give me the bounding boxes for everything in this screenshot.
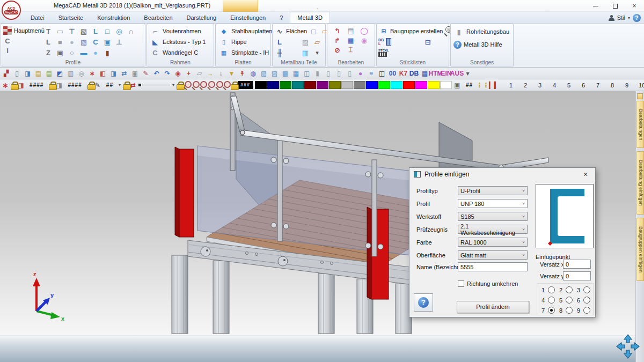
round-solid-icon[interactable]: ● bbox=[67, 37, 77, 47]
stirnplatte-button[interactable]: ▦ Stirnplatte - IH bbox=[217, 47, 273, 58]
farbe-select[interactable]: RAL 1000˅ bbox=[458, 238, 528, 247]
solid-box4-icon[interactable]: ▦ bbox=[291, 69, 301, 78]
insertion-radio-3[interactable] bbox=[583, 286, 590, 293]
close-button[interactable]: × bbox=[625, 0, 644, 12]
side-tab-bearbeitungen[interactable]: Bearbeitungen bbox=[636, 101, 644, 148]
layer-lock-icon[interactable] bbox=[11, 82, 16, 89]
stueckliste-icon[interactable]: STCKL bbox=[378, 49, 389, 57]
cylinder2-icon[interactable]: ▯ bbox=[324, 69, 333, 78]
profiltyp-select[interactable]: U-Profil˅ bbox=[458, 186, 528, 195]
block-3d-icon[interactable]: ▧ bbox=[78, 26, 89, 36]
stil-label[interactable]: Stil bbox=[617, 14, 625, 21]
square-tube-blue-icon[interactable]: □ bbox=[102, 26, 113, 36]
z-profile-icon[interactable]: Z bbox=[43, 48, 54, 57]
red-unp-profile-left[interactable] bbox=[175, 147, 194, 237]
globe-icon[interactable]: ◍ bbox=[248, 69, 258, 78]
metall-3d-hilfe-button[interactable]: ? Metall 3D Hilfe bbox=[452, 39, 510, 50]
solid-box-icon[interactable]: ▧ bbox=[259, 69, 268, 78]
kugel-icon[interactable]: ◉ bbox=[357, 35, 371, 45]
binocular-icon[interactable]: 00 bbox=[388, 69, 397, 78]
view-number[interactable]: 2 bbox=[523, 82, 528, 88]
insertion-radio-5[interactable] bbox=[566, 297, 573, 304]
hierarchy-icon[interactable]: ≡ bbox=[367, 69, 376, 78]
hollow-square-icon[interactable]: ▣ bbox=[55, 48, 65, 57]
pruefzeugnis-select[interactable]: 2.1 Werksbescheinigung˅ bbox=[458, 225, 528, 234]
rohrleitungsbau-button[interactable]: ▮ Rohrleitungsbau bbox=[452, 26, 510, 37]
print-preview-icon[interactable]: ◎ bbox=[77, 69, 86, 78]
stil-caret-icon[interactable]: ▾ bbox=[628, 16, 630, 20]
kreis-magenta-icon[interactable]: ◯ bbox=[357, 26, 371, 35]
color-lock-icon[interactable] bbox=[177, 82, 181, 89]
profil-aendern-button[interactable]: Profil ändern bbox=[457, 301, 529, 313]
tab-einstellungen[interactable]: Einstellungen bbox=[223, 12, 273, 23]
insertion-radio-9[interactable] bbox=[583, 307, 590, 314]
redo-icon[interactable]: ↷ bbox=[163, 69, 172, 78]
hauptmenu-button[interactable]: Hauptmenü bbox=[2, 25, 46, 36]
color-swatch[interactable] bbox=[292, 81, 304, 89]
flaechen-icon[interactable]: ∿ bbox=[274, 26, 285, 36]
measure-icon[interactable]: + bbox=[184, 69, 193, 78]
linetype-caret-icon[interactable]: ▾ bbox=[172, 83, 174, 87]
screen-settings-icon[interactable]: ▣ bbox=[454, 80, 460, 90]
arch-profile-icon[interactable]: ∩ bbox=[126, 26, 136, 36]
aus-icon[interactable]: AUS bbox=[452, 69, 462, 78]
c-profile-icon[interactable]: C bbox=[2, 36, 13, 46]
rippe-button[interactable]: ▯ Rippe bbox=[217, 36, 273, 47]
dialog-close-button[interactable]: × bbox=[581, 170, 590, 179]
zoom-previous-icon[interactable] bbox=[223, 81, 229, 90]
t-flange-profile-icon[interactable]: ⊤ bbox=[67, 26, 77, 36]
linetype-preview[interactable] bbox=[138, 84, 170, 86]
color-swatch[interactable] bbox=[255, 81, 267, 89]
ring-blue-icon[interactable]: ◎ bbox=[114, 26, 125, 36]
baugruppe-erstellen-button[interactable]: Baugruppe erstellen bbox=[390, 28, 443, 34]
view-number[interactable]: 1 bbox=[508, 82, 514, 88]
traeger-icon[interactable]: ⌶ bbox=[344, 45, 357, 55]
cylinder3-icon[interactable]: ▯ bbox=[334, 69, 343, 78]
zoom-window-icon[interactable] bbox=[192, 81, 197, 90]
panel-icon[interactable]: ◫ bbox=[377, 69, 386, 78]
user-icon[interactable] bbox=[609, 15, 614, 21]
tab-help[interactable]: ? bbox=[273, 12, 290, 23]
zarge-orange-icon[interactable]: ▱ bbox=[312, 37, 323, 47]
help-icon[interactable]: ? bbox=[633, 14, 641, 22]
dialog-help-button[interactable]: ? bbox=[414, 293, 433, 312]
more-caret-icon[interactable]: ▾ bbox=[463, 69, 472, 78]
verschieben-icon[interactable]: ↰ bbox=[331, 26, 344, 35]
swatch-lock-icon[interactable] bbox=[231, 82, 236, 89]
pen-value[interactable]: ## bbox=[103, 82, 116, 88]
voutenrahmen-button[interactable]: ⌐ Voutenrahmen bbox=[149, 26, 207, 36]
linetype-lock-icon[interactable] bbox=[123, 82, 128, 89]
wandriegel-button[interactable]: C Wandriegel C bbox=[149, 47, 207, 58]
zoom-minus-icon[interactable] bbox=[215, 81, 221, 90]
flat-profile-icon[interactable]: ▭ bbox=[55, 26, 65, 36]
view-number[interactable]: 4 bbox=[552, 82, 557, 88]
color-swatch[interactable] bbox=[304, 81, 316, 89]
group-value[interactable]: #### bbox=[64, 82, 85, 88]
stapel-3d-icon[interactable]: ▤ bbox=[344, 26, 357, 35]
import-part-icon[interactable]: ▼ bbox=[227, 69, 236, 78]
profil-select[interactable]: UNP 180˅ bbox=[458, 199, 528, 208]
t-profile-icon[interactable]: T bbox=[43, 26, 54, 36]
layer-value[interactable]: #### bbox=[26, 82, 47, 88]
color-swatch[interactable] bbox=[317, 81, 328, 89]
stahlbauplatten-button[interactable]: ◆ Stahlbauplatten bbox=[217, 26, 273, 36]
gitterrost-icon[interactable]: ▥ bbox=[300, 48, 311, 57]
solid-box3-icon[interactable]: ▩ bbox=[281, 69, 290, 78]
zoom-pan-icon[interactable] bbox=[199, 81, 205, 90]
treppe-icon[interactable]: L bbox=[274, 37, 285, 47]
group-lock-icon[interactable] bbox=[49, 82, 54, 89]
l-profile-icon[interactable]: L bbox=[43, 37, 54, 47]
color-swatch[interactable] bbox=[391, 81, 402, 89]
view-number[interactable]: 6 bbox=[581, 82, 586, 88]
view-number[interactable]: 10 bbox=[639, 82, 644, 88]
color-swatch[interactable] bbox=[341, 81, 353, 89]
table-icon[interactable]: ▦ bbox=[420, 69, 429, 78]
leiter-icon[interactable]: ╫ bbox=[274, 48, 285, 57]
versatz-x-input[interactable]: 0 bbox=[563, 260, 591, 269]
person-icon[interactable]: ↟ bbox=[238, 69, 247, 78]
tab-startseite[interactable]: Startseite bbox=[52, 12, 90, 23]
view-number[interactable]: 5 bbox=[566, 82, 572, 88]
hash2b-value[interactable]: ## bbox=[463, 82, 476, 88]
tab-konstruktion[interactable]: Konstruktion bbox=[90, 12, 137, 23]
zoom-in-icon[interactable] bbox=[207, 81, 213, 90]
